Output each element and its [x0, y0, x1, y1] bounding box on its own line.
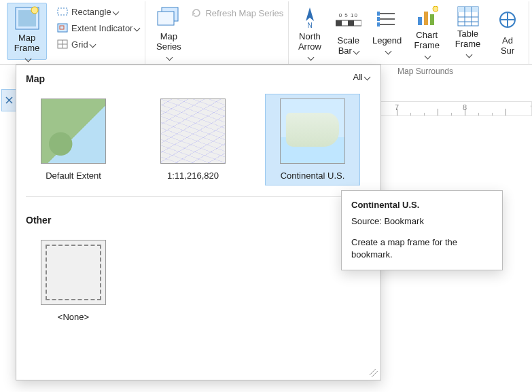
additional-surrounds-icon [493, 6, 522, 33]
chevron-down-icon [307, 54, 314, 60]
additional-surrounds-label: Ad Sur [501, 36, 514, 56]
map-series-icon [154, 6, 183, 29]
scale-bar-label: Scale Bar [338, 36, 360, 56]
thumb-continental-us-label: Continental U.S. [281, 171, 345, 181]
chevron-down-icon [134, 24, 141, 31]
svg-rect-4 [58, 24, 67, 32]
chevron-down-icon [385, 48, 391, 55]
tooltip-source: Source: Bookmark [351, 215, 493, 228]
svg-rect-26 [458, 7, 478, 12]
thumb-none-image [41, 240, 106, 305]
thumb-continental-us[interactable]: Continental U.S. [265, 94, 360, 185]
grid-button[interactable]: Grid [54, 37, 142, 52]
north-arrow-button[interactable]: N North Arrow [291, 3, 330, 60]
extent-indicator-icon [56, 22, 69, 34]
svg-point-2 [31, 7, 38, 14]
north-arrow-label: North Arrow [296, 32, 325, 63]
svg-point-24 [433, 6, 438, 12]
close-icon [5, 96, 13, 104]
gallery-section-other-header: Other [26, 215, 371, 226]
chart-frame-button[interactable]: Chart Frame [406, 3, 447, 60]
chevron-down-icon [425, 52, 431, 59]
thumb-continental-us-image [280, 99, 345, 164]
svg-rect-18 [377, 12, 380, 16]
chevron-down-icon [89, 41, 96, 48]
ribbon: Map Frame Rectangle Extent Indicator Gri… [0, 0, 532, 65]
svg-rect-14 [348, 20, 354, 26]
thumb-none-label: <None> [58, 312, 89, 322]
map-frame-icon [12, 6, 42, 31]
chart-frame-label: Chart Frame [411, 31, 442, 61]
thumb-default-extent-image [41, 99, 106, 164]
rectangle-icon [56, 5, 69, 18]
additional-surrounds-button[interactable]: Ad Sur [489, 3, 527, 60]
extent-indicator-label: Extent Indicator [71, 23, 132, 33]
thumb-default-extent-label: Default Extent [46, 171, 101, 181]
map-frame-gallery: All Map Default Extent 1:11,216,820 Cont… [16, 65, 381, 380]
scale-bar-icon: 0 5 10 [334, 6, 363, 33]
gallery-filter-label: All [353, 72, 363, 82]
table-frame-button[interactable]: Table Frame [447, 3, 488, 60]
gallery-other-grid: <None> [26, 230, 371, 334]
chevron-down-icon [353, 48, 359, 55]
chevron-down-icon [465, 51, 472, 58]
svg-rect-19 [377, 17, 380, 21]
grid-label: Grid [71, 39, 88, 50]
chevron-down-icon [24, 55, 31, 62]
refresh-map-series-label: Refresh Map Series [205, 8, 283, 18]
map-series-button[interactable]: Map Series [149, 3, 188, 60]
thumb-scale[interactable]: 1:11,216,820 [145, 94, 241, 185]
tooltip-title: Continental U.S. [351, 199, 493, 211]
svg-rect-3 [58, 8, 67, 15]
gallery-filter-button[interactable]: All [353, 72, 370, 82]
thumb-none[interactable]: <None> [26, 235, 121, 327]
map-frame-button[interactable]: Map Frame [7, 3, 47, 60]
north-arrow-icon: N [295, 6, 325, 29]
map-frame-label: Map Frame [12, 33, 42, 64]
gallery-section-map-header: Map [26, 73, 371, 84]
svg-text:N: N [307, 22, 312, 29]
rectangle-button[interactable]: Rectangle [54, 4, 142, 19]
grid-icon [56, 38, 69, 50]
svg-rect-10 [158, 12, 174, 25]
svg-rect-20 [377, 22, 380, 26]
ribbon-shape-tools: Rectangle Extent Indicator Grid [51, 1, 145, 64]
rectangle-label: Rectangle [71, 7, 111, 17]
refresh-map-series-button[interactable]: Refresh Map Series [188, 5, 286, 20]
ribbon-group-map-frame: Map Frame [3, 1, 51, 64]
refresh-icon [190, 7, 202, 19]
tab-close-button[interactable] [1, 89, 16, 111]
scale-bar-button[interactable]: 0 5 10 Scale Bar [329, 3, 368, 60]
chevron-down-icon [112, 8, 119, 15]
legend-label: Legend [372, 36, 402, 56]
legend-icon [372, 6, 402, 33]
ribbon-group-map-surrounds: N North Arrow 0 5 10 Scale Bar [289, 1, 529, 64]
map-series-label: Map Series [154, 32, 183, 63]
svg-rect-22 [424, 12, 428, 25]
chevron-down-icon [364, 74, 371, 81]
scale-ticks-label: 0 5 10 [339, 12, 358, 18]
svg-rect-21 [418, 17, 422, 25]
thumb-scale-image [160, 99, 226, 164]
chevron-down-icon [166, 54, 173, 60]
chart-frame-icon [412, 6, 442, 28]
legend-button[interactable]: Legend [368, 3, 406, 60]
gallery-map-grid: Default Extent 1:11,216,820 Continental … [26, 88, 371, 192]
ribbon-group-map-series: Map Series Refresh Map Series [145, 1, 289, 64]
svg-rect-13 [336, 20, 342, 26]
table-frame-label: Table Frame [452, 29, 483, 60]
tooltip-description: Create a map frame for the bookmark. [351, 236, 493, 260]
thumb-default-extent[interactable]: Default Extent [26, 94, 121, 185]
tooltip: Continental U.S. Source: Bookmark Create… [341, 190, 503, 270]
gallery-divider [26, 196, 371, 197]
resize-grip[interactable] [370, 369, 378, 377]
table-frame-icon [453, 6, 483, 26]
svg-rect-23 [430, 14, 434, 25]
thumb-scale-label: 1:11,216,820 [167, 171, 219, 181]
extent-indicator-button[interactable]: Extent Indicator [54, 20, 142, 35]
